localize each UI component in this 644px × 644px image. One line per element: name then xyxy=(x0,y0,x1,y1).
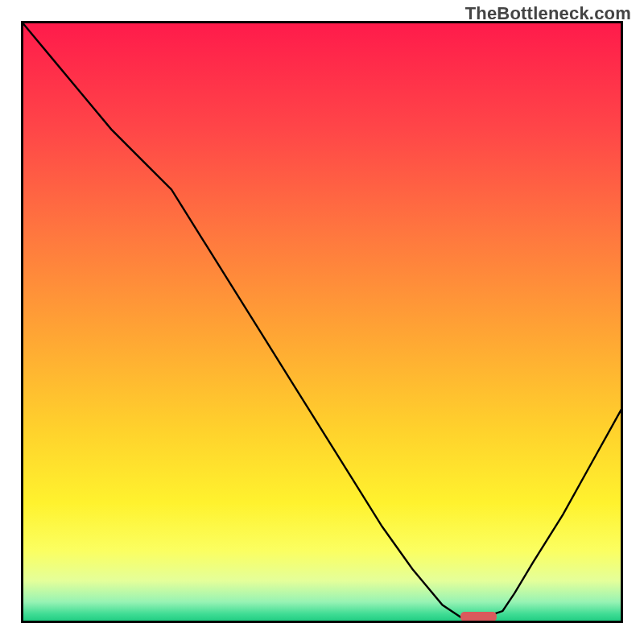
bottleneck-plot xyxy=(21,21,623,623)
optimal-marker xyxy=(460,612,497,621)
chart-container: TheBottleneck.com xyxy=(0,0,644,644)
gradient-background xyxy=(21,21,623,623)
watermark-text: TheBottleneck.com xyxy=(465,3,631,24)
